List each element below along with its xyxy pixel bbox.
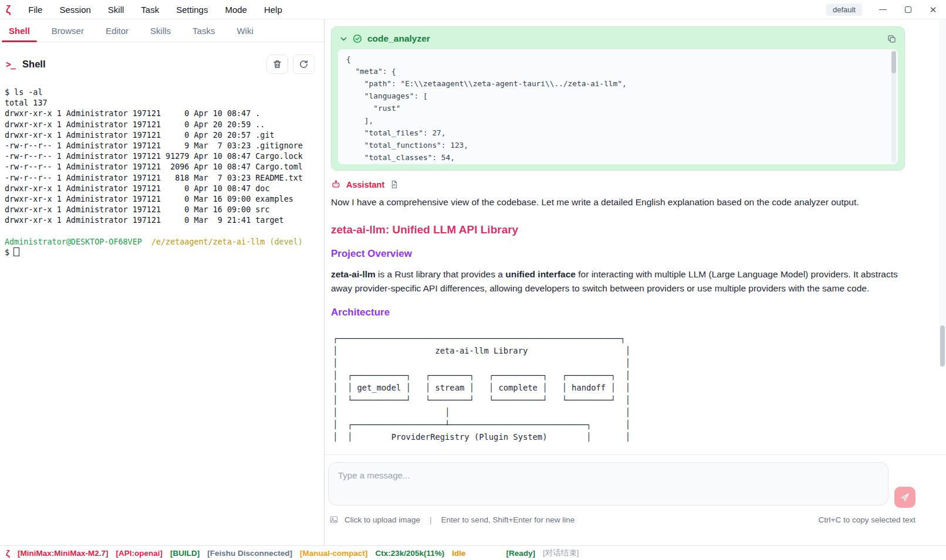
tool-output-panel: { "meta": { "path": "E:\\zetaagent\\zeta… [338, 49, 898, 164]
document-icon[interactable] [390, 180, 398, 189]
left-tabbar: Shell Browser Editor Skills Tasks Wiki [0, 19, 324, 42]
menu-item-settings[interactable]: Settings [176, 5, 208, 15]
terminal[interactable]: $ ls -al total 137 drwxr-xr-x 1 Administ… [0, 82, 324, 545]
maximize-icon [905, 6, 911, 13]
section-heading-architecture: Architecture [331, 307, 933, 318]
overview-paragraph: zeta-ai-llm is a Rust library that provi… [331, 267, 905, 295]
status-context-usage: Ctx:23k/205k(11%) [375, 549, 444, 558]
menu-item-mode[interactable]: Mode [225, 5, 247, 15]
tool-call-header[interactable]: code_analyzer [338, 31, 898, 46]
close-button[interactable]: ✕ [928, 5, 938, 14]
menu: File Session Skill Task Settings Mode He… [28, 5, 282, 15]
tab-skills[interactable]: Skills [143, 19, 178, 42]
terminal-prompt-icon: >_ [6, 59, 15, 70]
status-api: [API:openai] [116, 549, 163, 558]
menu-item-session[interactable]: Session [59, 5, 90, 15]
check-circle-icon [353, 34, 362, 43]
status-state: Idle [452, 549, 465, 558]
tab-shell[interactable]: Shell [2, 19, 37, 42]
copy-tool-output-button[interactable] [887, 35, 896, 43]
statusbar-logo-icon: ζ [6, 548, 10, 558]
statusbar: ζ [MiniMax:MiniMax-M2.7] [API:openai] [B… [0, 545, 946, 560]
refresh-terminal-button[interactable] [293, 55, 315, 74]
terminal-output: $ ls -al total 137 drwxr-xr-x 1 Administ… [5, 87, 324, 226]
shell-panel-header: >_ Shell [0, 42, 324, 82]
tab-tasks[interactable]: Tasks [185, 19, 222, 42]
clear-terminal-button[interactable] [266, 55, 288, 74]
chat-scrollbar-thumb[interactable] [940, 325, 945, 366]
assistant-intro-text: Now I have a comprehensive view of the c… [331, 195, 903, 209]
tool-output-scrollbar-thumb[interactable] [891, 51, 896, 73]
close-icon: ✕ [930, 5, 937, 14]
upload-image-button[interactable]: Click to upload image [344, 515, 420, 524]
architecture-diagram: ┌───────────────────────────────────────… [333, 332, 933, 443]
terminal-cursor [13, 247, 19, 256]
maximize-button[interactable] [903, 5, 913, 14]
tab-editor[interactable]: Editor [99, 19, 136, 42]
status-model: [MiniMax:MiniMax-M2.7] [18, 549, 109, 558]
minimize-button[interactable] [878, 5, 887, 14]
message-input[interactable] [329, 463, 888, 505]
hint-separator: | [426, 515, 435, 524]
robot-icon [331, 179, 341, 189]
status-build: [BUILD] [170, 549, 200, 558]
terminal-prompt-line: Administrator@DESKTOP-OF68VEP /e/zetaage… [5, 237, 324, 247]
assistant-message-header: Assistant [331, 179, 933, 189]
status-compact-mode: [Manual-compact] [300, 549, 368, 558]
menu-item-file[interactable]: File [28, 5, 42, 15]
tab-browser[interactable]: Browser [45, 19, 91, 42]
refresh-icon [299, 59, 309, 69]
composer: Click to upload image | Enter to send, S… [325, 454, 946, 545]
left-panel: Shell Browser Editor Skills Tasks Wiki >… [0, 19, 325, 545]
status-ready: [Ready] [506, 549, 536, 558]
profile-badge[interactable]: default [826, 4, 862, 16]
assistant-label: Assistant [346, 180, 384, 189]
chat-scroll-area: code_analyzer { "meta": { "path": "E:\\z… [325, 19, 946, 454]
copy-hint: Ctrl+C to copy selected text [819, 515, 915, 524]
app-logo-icon: ζ [6, 4, 11, 15]
tool-call-card: code_analyzer { "meta": { "path": "E:\\z… [331, 26, 905, 171]
terminal-input-line: $ [5, 247, 324, 258]
section-heading-overview: Project Overview [331, 248, 933, 260]
chevron-down-icon [340, 35, 347, 43]
tab-wiki[interactable]: Wiki [229, 19, 260, 42]
status-feishu: [Feishu Disconnected] [207, 549, 292, 558]
menubar: ζ File Session Skill Task Settings Mode … [0, 0, 946, 19]
menu-item-help[interactable]: Help [264, 5, 282, 15]
send-icon [900, 492, 910, 503]
chat-panel: code_analyzer { "meta": { "path": "E:\\z… [325, 19, 946, 545]
message-input-box [328, 462, 888, 505]
menu-item-skill[interactable]: Skill [108, 5, 124, 15]
tool-name: code_analyzer [367, 33, 430, 44]
tool-output: { "meta": { "path": "E:\\zetaagent\\zeta… [338, 49, 898, 164]
terminal-prompt-branch: (devel) [269, 237, 302, 246]
composer-hints: Click to upload image | Enter to send, S… [328, 515, 946, 524]
message-title: zeta-ai-llm: Unified LLM API Library [331, 223, 933, 236]
terminal-prompt-user: Administrator@DESKTOP-OF68VEP [5, 237, 142, 246]
chat-scrollbar-track [939, 19, 946, 364]
image-icon [329, 515, 339, 524]
terminal-prompt-symbol: $ [5, 248, 9, 257]
send-button[interactable] [894, 487, 915, 508]
minimize-icon [879, 9, 887, 10]
shell-panel-title: Shell [22, 59, 45, 70]
trash-icon [272, 59, 282, 69]
status-session-end: [对话结束] [543, 548, 579, 558]
copy-icon [887, 35, 896, 43]
menu-item-task[interactable]: Task [141, 5, 159, 15]
terminal-prompt-path: /e/zetaagent/zeta-ai-llm [151, 237, 265, 246]
enter-hint: Enter to send, Shift+Enter for new line [441, 515, 575, 524]
